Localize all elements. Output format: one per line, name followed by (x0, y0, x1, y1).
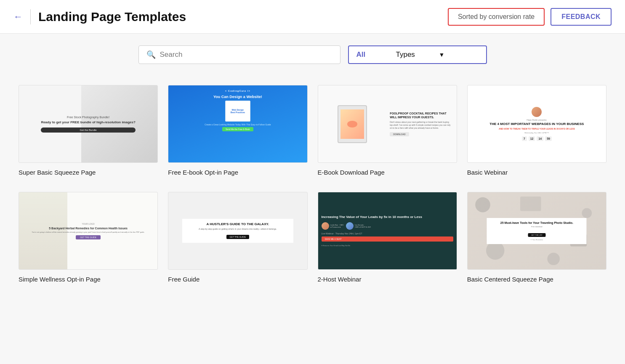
thumb-4-sub: AND HOW TO TWEAK THEM TO TRIPLE YOUR LEA… (499, 128, 575, 130)
template-thumb-3: FOOLPROOF COCKTAIL RECIPES THAT WILL IMP… (318, 85, 457, 163)
thumb-1-main: Ready to get your FREE bundle of high-re… (41, 120, 135, 124)
thumb-6-card: A HUSTLER'S GUIDE TO THE GALAXY. A step-… (182, 219, 293, 243)
thumb-2-book: Web DesignBest Practices (225, 101, 250, 122)
search-input[interactable] (160, 50, 332, 59)
template-thumb-5: YOUR LOGO 5 Backyard Herbal Remedies for… (19, 192, 158, 270)
type-all-label: All (356, 50, 396, 59)
template-item-2[interactable]: < CodingCatz /> You Can Design a Website… (163, 81, 312, 188)
template-item-5[interactable]: YOUR LOGO 5 Backyard Herbal Remedies for… (13, 188, 163, 295)
thumb-4-avatar (532, 107, 542, 117)
svg-point-6 (547, 252, 560, 265)
thumb-8-cta: GET THE LIST (528, 233, 546, 237)
template-name-7: 2-Host Webinar (318, 276, 457, 283)
thumb-6-cta: GET THE GUIDE (226, 235, 250, 239)
thumb-4-timer-box-1: 7 (522, 136, 527, 141)
template-item-8[interactable]: 25 Must-have Tools for Your Traveling Ph… (462, 188, 612, 295)
template-item-3[interactable]: FOOLPROOF COCKTAIL RECIPES THAT WILL IMP… (313, 81, 462, 188)
thumb-3-body: Don't stress about your next gathering o… (390, 121, 453, 130)
thumb-3-right: FOOLPROOF COCKTAIL RECIPES THAT WILL IMP… (386, 85, 457, 162)
thumb-3-tablet (338, 105, 367, 143)
thumb-7-hosts: Leslie Barr · CMOat Featurevine Ian Zier… (322, 222, 453, 230)
thumb-5-cta: GET THE GUIDE (76, 235, 101, 239)
thumb-8-card: 25 Must-have Tools for Your Traveling Ph… (487, 218, 587, 244)
thumb-3-tablet-inner (340, 109, 364, 139)
search-icon: 🔍 (146, 50, 156, 59)
template-item-1[interactable]: Free Stock Photography Bundle! Ready to … (13, 81, 163, 188)
thumb-3-cta: DOWNLOAD (390, 132, 409, 136)
thumb-2-logo: < CodingCatz /> (225, 90, 250, 92)
thumb-5-logo: YOUR LOGO (82, 223, 94, 225)
template-thumb-8: 25 Must-have Tools for Your Traveling Ph… (467, 192, 606, 270)
thumb-1-small: Free Stock Photography Bundle! (41, 116, 135, 119)
thumb-4-timer-box-2: 12 (529, 136, 535, 141)
svg-point-4 (486, 242, 505, 260)
template-thumb-2: < CodingCatz /> You Can Design a Website… (168, 85, 307, 163)
thumb-2-headline: You Can Design a Website! (213, 95, 262, 99)
template-thumb-6: A HUSTLER'S GUIDE TO THE GALAXY. A step-… (168, 192, 307, 270)
header-divider (30, 9, 31, 24)
thumb-8-title: 25 Must-have Tools for Your Traveling Ph… (492, 221, 582, 224)
svg-point-0 (347, 121, 357, 128)
template-item-6[interactable]: A HUSTLER'S GUIDE TO THE GALAXY. A step-… (163, 188, 312, 295)
sort-badge[interactable]: Sorted by conversion rate (448, 8, 545, 26)
search-area: 🔍 All Types ▼ (0, 34, 625, 72)
template-name-4: Basic Webinar (467, 169, 606, 176)
thumb-7-host-1: Leslie Barr · CMOat Featurevine (322, 222, 344, 230)
template-name-2: Free E-book Opt-in Page (168, 169, 307, 176)
template-name-1: Super Basic Squeeze Page (19, 169, 158, 176)
thumb-5-title: 5 Backyard Herbal Remedies for Common He… (49, 227, 128, 230)
thumb-7-title: Increasing The Value of Your Leads by 5x… (322, 215, 453, 219)
thumb-7-cta: SAVE ME A SEAT (322, 236, 453, 242)
template-item-7[interactable]: Increasing The Value of Your Leads by 5x… (313, 188, 462, 295)
thumb-6-sub: A step-by-step guide on getting what's i… (186, 228, 289, 230)
page-title: Landing Page Templates (38, 10, 448, 24)
thumb-3-left (318, 85, 387, 162)
svg-point-1 (475, 197, 490, 213)
dropdown-arrow-icon: ▼ (439, 51, 479, 58)
thumb-2-cta: Send Me the Free E-Book (222, 127, 253, 131)
thumb-2-book-title: Web DesignBest Practices (231, 109, 245, 114)
thumb-4-timer: 7 12 14 59 (522, 136, 552, 141)
thumb-7-footer: 6 Reasons Your Email List May Not Be (322, 244, 453, 247)
thumb-5-body: You're not going to believe all the natu… (32, 231, 145, 233)
thumb-4-timer-box-4: 59 (545, 136, 552, 141)
svg-rect-5 (520, 197, 541, 211)
thumb-4-presenter: Hope Rubin presents: (527, 119, 547, 121)
search-wrapper: 🔍 (138, 45, 340, 64)
thumb-6-title: A HUSTLER'S GUIDE TO THE GALAXY. (186, 222, 289, 226)
thumb-7-host-1-info: Leslie Barr · CMOat Featurevine (330, 224, 344, 228)
thumb-7-host-2-info: Ian ZiernaloCMO of HLRT & ZLR (355, 224, 371, 228)
thumb-8-credit: © Your Business (492, 239, 582, 241)
template-name-6: Free Guide (168, 276, 307, 283)
type-dropdown[interactable]: All Types ▼ (348, 45, 487, 64)
header: ← Landing Page Templates Sorted by conve… (0, 0, 625, 34)
thumb-4-title: THE 4 MOST IMPORTANT WEBPAGES IN YOUR BU… (489, 122, 584, 126)
template-name-5: Simple Wellness Opt-in Page (19, 276, 158, 283)
thumb-2-body: Create a Great Looking Website Today Wit… (205, 123, 271, 126)
svg-point-2 (582, 208, 592, 218)
template-name-3: E-Book Download Page (318, 169, 457, 176)
thumb-7-date: Live Webinar · Thursday Nov 24th | 1pm E… (322, 232, 453, 235)
thumb-1-cta: Get the Bundle (41, 128, 135, 133)
thumb-7-avatar-2 (346, 222, 354, 230)
template-thumb-7: Increasing The Value of Your Leads by 5x… (318, 192, 457, 270)
template-name-8: Basic Centered Squeeze Page (467, 276, 606, 283)
back-button[interactable]: ← (13, 11, 23, 22)
template-thumb-4: Hope Rubin presents: THE 4 MOST IMPORTAN… (467, 85, 606, 163)
thumb-8-sub: Free download (492, 226, 582, 228)
thumb-7-avatar-1 (322, 222, 329, 230)
feedback-button[interactable]: FEEDBACK (551, 8, 612, 26)
template-thumb-1: Free Stock Photography Bundle! Ready to … (19, 85, 158, 163)
thumb-1-content: Free Stock Photography Bundle! Ready to … (41, 116, 135, 133)
thumb-4-date: Wednesday, Nov 18th 3-5PM PT (524, 132, 549, 134)
template-item-4[interactable]: Hope Rubin presents: THE 4 MOST IMPORTAN… (462, 81, 612, 188)
thumb-3-title: FOOLPROOF COCKTAIL RECIPES THAT WILL IMP… (390, 112, 453, 119)
type-rest-label: Types (396, 50, 436, 59)
thumb-7-host-2: Ian ZiernaloCMO of HLRT & ZLR (346, 222, 371, 230)
templates-grid: Free Stock Photography Bundle! Ready to … (0, 72, 625, 308)
thumb-4-timer-box-3: 14 (537, 136, 543, 141)
